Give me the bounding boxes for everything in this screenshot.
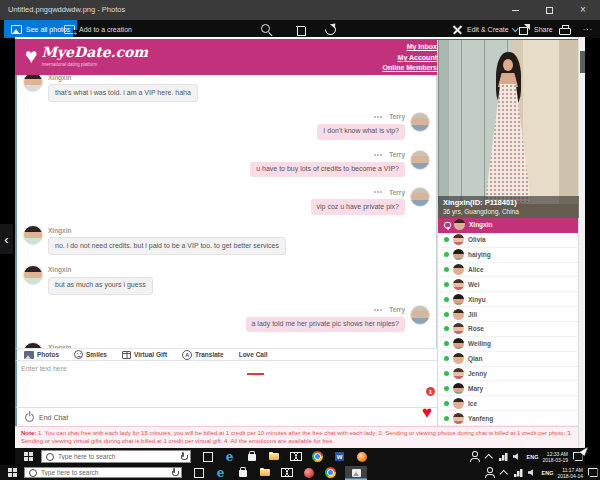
member-name: Ice: [468, 400, 477, 407]
chat-tools-row: Photos Smiles Virtual Gift Trans: [15, 348, 437, 361]
search-placeholder: Type here to search: [58, 453, 176, 460]
member-row[interactable]: Mary: [438, 381, 579, 396]
print-icon[interactable]: [558, 23, 571, 36]
rotate-icon[interactable]: [324, 23, 337, 36]
word-icon[interactable]: [332, 450, 347, 464]
photo-viewer-image[interactable]: ♥ MyeDate.com International dating platf…: [15, 37, 585, 465]
people-icon[interactable]: [470, 451, 481, 462]
member-avatar: [453, 264, 464, 275]
task-view-icon[interactable]: [191, 466, 206, 480]
red-app-icon[interactable]: [301, 466, 316, 480]
maximize-icon: [546, 7, 553, 14]
chat-tool-label: Translate: [195, 351, 224, 358]
dating-site-page: ♥ MyeDate.com International dating platf…: [15, 37, 585, 448]
minimize-button[interactable]: [498, 0, 532, 20]
mic-icon[interactable]: [171, 468, 177, 477]
file-explorer-icon[interactable]: [266, 450, 281, 464]
member-row[interactable]: Jili: [438, 307, 579, 322]
share-button[interactable]: Share: [518, 20, 553, 38]
member-name: Jenny: [468, 370, 487, 377]
share-icon: [518, 23, 530, 35]
member-row[interactable]: haiying: [438, 248, 579, 263]
member-row[interactable]: Rose: [438, 322, 579, 337]
scrollbar-thumb[interactable]: [580, 51, 585, 73]
member-row[interactable]: Xingxin: [438, 218, 579, 233]
photos-app-icon[interactable]: [345, 466, 367, 480]
chat-tool-label: Photos: [37, 351, 59, 358]
online-dot-icon: [444, 371, 449, 376]
hidden-icons-icon[interactable]: [499, 467, 510, 478]
taskbar-search-input[interactable]: Type here to search: [41, 450, 191, 463]
add-to-creation-button[interactable]: Add to a creation: [64, 20, 132, 38]
chat-bubble-icon: [444, 222, 451, 228]
people-icon[interactable]: [485, 467, 496, 478]
site-logo[interactable]: ♥ MyeDate.com International dating platf…: [25, 43, 148, 67]
chat-tool-button[interactable]: Love Call: [239, 351, 268, 358]
previous-photo-button[interactable]: ‹: [0, 224, 13, 254]
taskbar-search-input[interactable]: Type here to search: [24, 467, 182, 478]
chat-tool-button[interactable]: Translate: [182, 350, 224, 360]
more-options-icon[interactable]: [581, 23, 594, 36]
mail-icon[interactable]: [288, 450, 303, 464]
member-row[interactable]: Olivia: [438, 233, 579, 248]
start-button[interactable]: [15, 448, 41, 465]
orange-app-icon[interactable]: [354, 450, 369, 464]
member-row[interactable]: Jenny: [438, 367, 579, 382]
delete-icon[interactable]: [294, 23, 307, 36]
member-row[interactable]: Alice: [438, 263, 579, 278]
chat-tool-button[interactable]: Smiles: [74, 350, 107, 359]
inner-taskbar: Type here to search ENG 12:33 AM 2018-03…: [15, 448, 585, 465]
member-row[interactable]: Yanfeng: [438, 411, 579, 426]
taskbar-clock[interactable]: 11:17 AM 2018-04-14: [557, 467, 583, 479]
edit-create-button[interactable]: Edit & Create: [452, 20, 517, 38]
heart-icon[interactable]: ♥: [422, 404, 432, 421]
close-button[interactable]: ×: [566, 0, 600, 20]
avatar: [23, 265, 43, 285]
note-label: Note:: [21, 430, 36, 436]
maximize-button[interactable]: [532, 0, 566, 20]
message-sender: Terry: [389, 306, 405, 313]
message-options-icon[interactable]: [374, 191, 376, 193]
chat-tool-button[interactable]: Virtual Gift: [122, 351, 167, 359]
network-icon[interactable]: [498, 451, 509, 462]
language-indicator[interactable]: ENG: [542, 470, 554, 476]
next-photo-button[interactable]: ›: [564, 222, 586, 254]
share-label: Share: [534, 26, 553, 33]
member-row[interactable]: Ice: [438, 396, 579, 411]
store-icon[interactable]: [235, 466, 250, 480]
network-icon[interactable]: [513, 467, 524, 478]
message-options-icon[interactable]: [374, 309, 376, 311]
chat-text-input[interactable]: [21, 365, 321, 372]
site-nav-link[interactable]: Online Members: [383, 63, 437, 74]
start-button[interactable]: [0, 465, 24, 480]
site-nav-link[interactable]: My Account: [383, 53, 437, 64]
task-view-icon[interactable]: [200, 450, 215, 464]
chrome-icon[interactable]: [310, 450, 325, 464]
volume-icon[interactable]: [527, 467, 538, 478]
volume-icon[interactable]: [512, 451, 523, 462]
end-chat-button[interactable]: End Chat: [39, 414, 68, 421]
message-sender: Xingxin: [48, 266, 71, 273]
store-icon[interactable]: [244, 450, 259, 464]
mic-icon[interactable]: [180, 452, 186, 461]
message-options-icon[interactable]: [374, 116, 376, 118]
zoom-icon[interactable]: [260, 23, 273, 36]
gift-tool-icon: [122, 351, 131, 359]
member-row[interactable]: Weiling: [438, 337, 579, 352]
edge-icon[interactable]: [222, 450, 237, 464]
member-row[interactable]: Wei: [438, 277, 579, 292]
file-explorer-icon[interactable]: [257, 466, 272, 480]
site-nav-link[interactable]: My Inbox: [383, 42, 437, 53]
member-row[interactable]: Qian: [438, 352, 579, 367]
close-icon: ×: [580, 5, 586, 15]
hidden-icons-icon[interactable]: [484, 451, 495, 462]
notification-icon[interactable]: [587, 467, 598, 478]
member-row[interactable]: Xinyu: [438, 292, 579, 307]
mail-icon[interactable]: [279, 466, 294, 480]
language-indicator[interactable]: ENG: [527, 454, 539, 460]
chrome-icon[interactable]: [323, 466, 338, 480]
edge-icon[interactable]: [213, 466, 228, 480]
message-options-icon[interactable]: [374, 154, 376, 156]
chat-tool-button[interactable]: Photos: [24, 351, 59, 359]
taskbar-clock[interactable]: 12:33 AM 2018-03-19: [542, 451, 568, 463]
